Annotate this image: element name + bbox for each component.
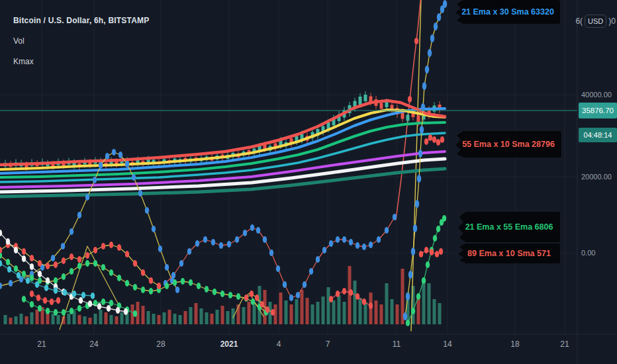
kmax-steep-blue-bead — [421, 103, 425, 111]
white-chain-bead — [79, 297, 83, 304]
volume-bar — [89, 318, 92, 324]
volume-bar — [152, 314, 156, 324]
kmax-steep-blue-bead — [408, 271, 412, 279]
red-dots-right-upper-bead — [432, 136, 436, 143]
volume-bar — [242, 307, 246, 324]
volume-bar — [438, 303, 442, 324]
time-axis-label[interactable]: 21 — [37, 340, 46, 349]
time-axis-label[interactable]: 28 — [156, 340, 165, 349]
kmax-hump-bead — [158, 246, 162, 252]
red-chain-mid2-bead — [369, 302, 373, 309]
kmax-wave-bead — [336, 236, 340, 243]
indicator-vol-label[interactable]: Vol — [13, 36, 149, 46]
time-axis-label[interactable]: 14 — [443, 340, 451, 349]
red-chain-mid-bead — [260, 301, 264, 308]
green-chain-left-bead — [93, 260, 97, 267]
green-chain-left-bead — [62, 273, 66, 280]
volume-bar — [428, 283, 431, 324]
kmax-wave-bead — [219, 242, 223, 249]
symbol-title[interactable]: Bitcoin / U.S. Dollar, 6h, BITSTAMP — [13, 16, 149, 25]
red-chain-left-bead — [149, 277, 153, 284]
kmax-steep-blue-bead — [443, 0, 447, 8]
volume-bar — [311, 304, 314, 324]
red-dots-right-upper-bead — [436, 139, 440, 146]
kmax-wave-bead — [227, 241, 231, 248]
green-chain-left-bead — [14, 265, 18, 272]
kmax-steep-blue-bead — [413, 224, 417, 232]
time-axis-label[interactable]: 24 — [89, 340, 98, 349]
kmax-steep-blue-bead — [428, 49, 432, 57]
time-axis-label[interactable]: 2021 — [220, 340, 238, 349]
volume-bar — [36, 310, 39, 324]
green-chain-left-bead — [165, 283, 169, 289]
volume-bar — [184, 311, 187, 324]
red-chain-left-bead — [117, 244, 121, 251]
kmax-wave-bead — [256, 227, 260, 234]
white-chain-bead — [97, 303, 101, 310]
indicator-value-label-2: 21 Ema x 55 Ema 6806 — [458, 212, 560, 242]
volume-bar — [322, 296, 325, 324]
kmax-hump-bead — [152, 226, 156, 232]
volume-bar — [253, 304, 256, 324]
kmax-wave-bead — [211, 239, 215, 246]
volume-bar — [301, 290, 304, 324]
bar-countdown: 04:48:14 — [579, 128, 617, 142]
kmax-hump-bead — [0, 283, 2, 289]
red-chain-left-bead — [133, 260, 137, 267]
cyan-chain-bead — [44, 285, 48, 291]
usd-button[interactable]: USD — [585, 15, 606, 28]
volume-bar — [200, 308, 203, 324]
volume-bar — [20, 314, 23, 324]
price-axis-label[interactable]: 40000.00 — [581, 91, 612, 99]
green-chain-right-bead — [416, 293, 420, 300]
red-chain-mid-bead — [244, 295, 248, 301]
red-chain-left-bead — [93, 247, 97, 253]
cyan-chain-bead — [63, 289, 67, 296]
volume-bar — [343, 302, 346, 324]
green-chain-right-bead — [436, 226, 440, 232]
time-axis-label[interactable]: 4 — [277, 340, 281, 349]
kmax-wave-bead — [289, 295, 293, 301]
volume-bar — [354, 281, 357, 324]
currency-right-fragment: )0 — [608, 17, 616, 26]
red-chain-mid2-bead — [349, 289, 353, 296]
kmax-wave-bead — [263, 236, 267, 243]
red-chain-left-bead — [46, 263, 50, 269]
cyan-chain-bead — [0, 260, 2, 267]
green-chain-right-bead — [442, 215, 446, 222]
green-chain-left-bead — [133, 284, 137, 291]
red-chain-left-bead — [125, 251, 129, 257]
red-dots-right-lower-bead — [435, 251, 439, 257]
volume-bar — [433, 299, 436, 324]
kmax-wave-bead — [356, 242, 359, 249]
kmax-wave-bead — [303, 281, 307, 288]
currency-toggle: 6( USD )0 — [575, 15, 616, 28]
time-axis-label[interactable]: 7 — [326, 340, 330, 349]
kmax-wave-bead — [362, 244, 366, 250]
price-axis-label[interactable]: 0.00 — [581, 249, 595, 257]
candle-body — [385, 102, 389, 107]
green-chain-left-bead — [236, 293, 240, 300]
volume-bar — [52, 314, 55, 324]
trading-chart-window: Bitcoin / U.S. Dollar, 6h, BITSTAMP Vol … — [0, 0, 617, 364]
kmax-wave-bead — [296, 292, 300, 298]
time-axis-label[interactable]: 11 — [393, 340, 401, 349]
white-chain-bead — [22, 255, 26, 262]
kmax-wave-bead — [342, 236, 346, 243]
volume-bar — [316, 302, 320, 324]
green-chain-left-bead — [197, 283, 201, 289]
kmax-wave-bead — [283, 281, 287, 288]
kmax-steep-blue-bead — [415, 200, 419, 208]
time-axis-label[interactable]: 18 — [510, 340, 519, 349]
green-chain-left-bead — [101, 264, 105, 271]
indicator-kmax-label[interactable]: Kmax — [13, 57, 149, 66]
volume-bar — [142, 306, 145, 324]
cyan-chain-bead — [81, 292, 85, 298]
kmax-steep-blue-bead — [434, 23, 438, 30]
time-axis-label[interactable]: 21 — [560, 340, 569, 349]
volume-bar — [359, 298, 362, 324]
price-axis-label[interactable]: 20000.00 — [581, 173, 612, 181]
volume-bar — [279, 293, 283, 324]
red-chain-mid-bead — [255, 295, 259, 301]
volume-bar — [295, 299, 299, 324]
